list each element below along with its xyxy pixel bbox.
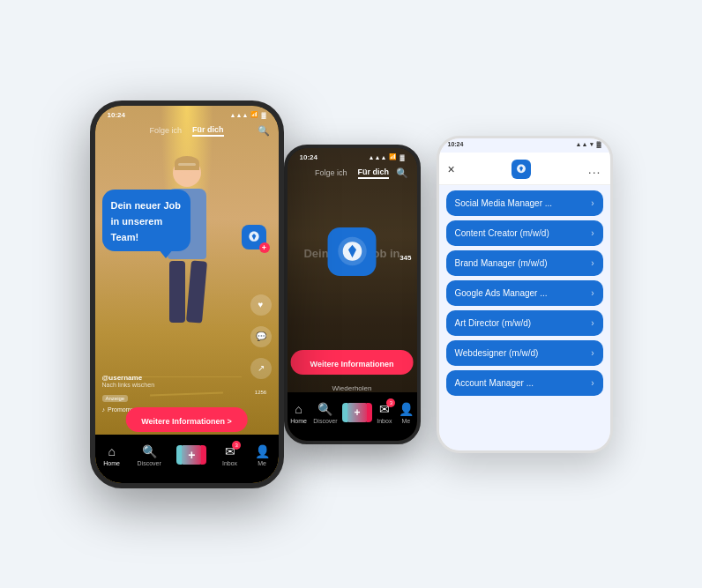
job-item-webdesigner[interactable]: Webdesigner (m/w/d) › xyxy=(446,340,603,366)
side-count-p2: 345 xyxy=(400,254,411,262)
signal-p2: ▲▲▲ xyxy=(369,154,387,160)
music-icon: ♪ xyxy=(102,406,106,413)
bottom-nav-p2: ⌂ Home 🔍 Discover + ✉ Inbox 3 xyxy=(288,392,417,441)
chevron-4: › xyxy=(591,318,594,328)
username-text: @username xyxy=(102,374,155,382)
phone-medium: 10:24 ▲▲▲ 📶 ▓ Folge ich Für dich 🔍 Dein … xyxy=(284,145,421,444)
search-icon-p1[interactable]: 🔍 xyxy=(258,125,270,137)
cta-text-p1: Weitere Informationen > xyxy=(141,417,232,426)
chevron-1: › xyxy=(591,228,594,238)
more-options-button[interactable]: ... xyxy=(588,162,601,176)
pricora-logo-p1 xyxy=(247,230,261,244)
cta-button-p2[interactable]: Weitere Informationen xyxy=(291,350,414,375)
chevron-5: › xyxy=(591,348,594,358)
inbox-badge-p2: 3 xyxy=(386,398,395,407)
home-label-p2: Home xyxy=(290,418,307,424)
wifi-p3: ▾ xyxy=(590,141,594,148)
job-label-5: Webdesigner (m/w/d) xyxy=(455,348,539,358)
tab-fur-dich-p1[interactable]: Für dich xyxy=(192,125,224,137)
close-button[interactable]: × xyxy=(448,162,455,176)
swipe-hint: Nach links wischen xyxy=(102,382,155,388)
plus-btn[interactable]: + xyxy=(178,445,205,465)
phone-right: 10:24 ▲▲ ▾ ▓ × ... xyxy=(437,136,613,453)
plus-btn-p2[interactable]: + xyxy=(344,403,370,422)
nav-plus-p2[interactable]: + xyxy=(344,403,370,422)
tab-folge-p2[interactable]: Folge ich xyxy=(315,168,347,177)
chevron-2: › xyxy=(591,258,594,268)
nav-inbox-p1[interactable]: ✉ Inbox 3 xyxy=(222,444,237,466)
battery-p3: ▓ xyxy=(596,141,601,148)
chevron-0: › xyxy=(591,198,594,208)
status-bar-p2: 10:24 ▲▲▲ 📶 ▓ xyxy=(288,153,417,161)
pricora-logo-topbar xyxy=(515,163,527,175)
signal-p3: ▲▲ xyxy=(576,141,588,148)
discover-icon-p2: 🔍 xyxy=(317,402,332,416)
cta-button-p1[interactable]: Weitere Informationen > xyxy=(125,407,248,432)
anzeige-tag: Anzeige xyxy=(102,395,129,402)
bottom-nav-p1: ⌂ Home 🔍 Discover + ✉ Inbox 3 xyxy=(95,435,279,483)
job-label-0: Social Media Manager ... xyxy=(455,198,553,208)
chevron-3: › xyxy=(591,288,594,298)
nav-discover-p2[interactable]: 🔍 Discover xyxy=(313,402,337,424)
wifi-p2: 📶 xyxy=(389,153,397,160)
topbar-logo xyxy=(512,160,531,179)
wifi-icon: 📶 xyxy=(250,111,258,118)
discover-label: Discover xyxy=(138,460,161,466)
nav-me-p1[interactable]: 👤 Me xyxy=(255,444,270,466)
tab-folge-ich-p1[interactable]: Folge ich xyxy=(149,126,182,135)
me-icon: 👤 xyxy=(255,444,270,458)
count-item: 345 xyxy=(400,254,411,262)
job-item-content-creator[interactable]: Content Creator (m/w/d) › xyxy=(446,220,603,246)
speech-bubble-tail xyxy=(159,249,173,258)
inbox-label: Inbox xyxy=(222,460,237,466)
inbox-label-p2: Inbox xyxy=(377,418,392,424)
home-label: Home xyxy=(103,460,120,466)
job-label-3: Google Ads Manager ... xyxy=(455,288,548,298)
job-item-brand-manager[interactable]: Brand Manager (m/w/d) › xyxy=(446,250,603,276)
cta-text-p2: Weitere Informationen xyxy=(310,360,394,368)
logo-badge-p1: + xyxy=(242,225,266,249)
tab-fur-dich-p2[interactable]: Für dich xyxy=(358,167,390,179)
job-label-6: Account Manager ... xyxy=(455,378,534,388)
comment-icon[interactable]: 💬 xyxy=(250,326,272,347)
me-label-p2: Me xyxy=(401,418,410,424)
status-bar-p3: 10:24 ▲▲ ▾ ▓ xyxy=(439,141,610,148)
job-item-account-manager[interactable]: Account Manager ... › xyxy=(446,370,603,396)
large-logo-p2 xyxy=(328,227,377,276)
nav-inbox-p2[interactable]: ✉ Inbox 3 xyxy=(377,402,392,424)
leg-left xyxy=(169,261,185,323)
nav-home-p2[interactable]: ⌂ Home xyxy=(290,402,307,424)
nav-me-p2[interactable]: 👤 Me xyxy=(399,402,414,424)
heart-icon[interactable]: ♥ xyxy=(250,294,272,316)
logo-plus-icon: + xyxy=(259,242,270,253)
leg-right xyxy=(185,260,206,323)
job-label-2: Brand Manager (m/w/d) xyxy=(455,258,548,268)
wiederholen-text[interactable]: Wiederholen xyxy=(332,384,372,392)
job-item-social-media[interactable]: Social Media Manager ... › xyxy=(446,190,603,216)
scene: 10:24 ▲▲▲ 📶 ▓ Folge ich Für dich 🔍 xyxy=(90,100,613,488)
nav-plus-p1[interactable]: + xyxy=(178,445,205,465)
me-label: Me xyxy=(258,460,266,466)
battery-p2: ▓ xyxy=(400,154,404,160)
chevron-6: › xyxy=(591,378,594,388)
tiktok-top-nav-p2: Folge ich Für dich 🔍 xyxy=(288,167,417,179)
search-icon-p2[interactable]: 🔍 xyxy=(396,167,408,179)
signal-icon: ▲▲▲ xyxy=(230,112,249,118)
job-item-google-ads[interactable]: Google Ads Manager ... › xyxy=(446,280,603,306)
job-item-art-director[interactable]: Art Director (m/w/d) › xyxy=(446,310,603,336)
topbar-p3: × ... xyxy=(439,153,610,185)
job-label-4: Art Director (m/w/d) xyxy=(455,318,532,328)
discover-icon: 🔍 xyxy=(142,444,157,458)
me-icon-p2: 👤 xyxy=(399,402,414,416)
share-icon[interactable]: ↗ xyxy=(250,358,272,379)
speech-bubble-text: Dein neuer Job in unserem Team! xyxy=(111,200,181,242)
battery-icon: ▓ xyxy=(261,112,265,118)
home-icon-p2: ⌂ xyxy=(295,402,302,416)
tiktok-top-nav-p1: Folge ich Für dich 🔍 xyxy=(95,125,279,137)
nav-discover-p1[interactable]: 🔍 Discover xyxy=(138,444,161,466)
speech-bubble-p1: Dein neuer Job in unserem Team! xyxy=(102,190,190,251)
nav-home-p1[interactable]: ⌂ Home xyxy=(103,444,120,466)
job-list: Social Media Manager ... › Content Creat… xyxy=(439,185,610,450)
job-label-1: Content Creator (m/w/d) xyxy=(455,228,549,238)
inbox-badge: 3 xyxy=(232,441,241,450)
